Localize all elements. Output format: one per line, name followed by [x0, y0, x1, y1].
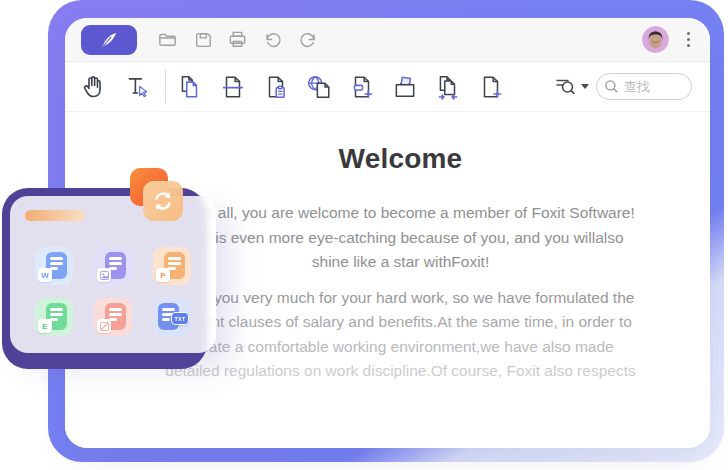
search-icon [604, 79, 619, 94]
search-group [554, 73, 710, 100]
chevron-down-icon [581, 84, 589, 89]
secondary-toolbar [65, 62, 710, 112]
copy-pages-icon[interactable] [176, 73, 204, 101]
txt-badge: TXT [171, 312, 189, 325]
text-select-tool-icon[interactable] [123, 73, 151, 101]
signature-badge-icon [97, 319, 111, 333]
kebab-menu-icon[interactable] [682, 28, 695, 51]
redo-icon[interactable] [296, 28, 319, 51]
save-icon[interactable] [191, 28, 214, 51]
page-from-web-icon[interactable] [305, 73, 333, 101]
word-badge: W [38, 268, 52, 282]
quill-pen-icon [98, 29, 120, 51]
txt-document-tile[interactable]: TXT [153, 298, 191, 336]
titlebar-icons [156, 28, 319, 51]
image-badge-icon [97, 268, 111, 282]
toolbar-divider [165, 70, 166, 104]
excel-badge: E [38, 319, 52, 333]
excel-document-tile[interactable]: E [35, 298, 73, 336]
card-title-placeholder-pill [25, 210, 85, 221]
search-filter-dropdown[interactable] [554, 76, 589, 97]
search-box [596, 73, 692, 100]
open-folder-icon[interactable] [156, 28, 179, 51]
titlebar [65, 18, 710, 62]
avatar[interactable] [642, 26, 669, 53]
split-page-icon[interactable] [219, 73, 247, 101]
converter-card: W P E [10, 196, 216, 353]
paste-page-icon[interactable] [262, 73, 290, 101]
image-document-tile[interactable] [94, 247, 132, 285]
page-title: Welcome [78, 143, 710, 175]
extract-to-folder-icon[interactable] [391, 73, 419, 101]
word-document-tile[interactable]: W [35, 247, 73, 285]
signature-document-tile[interactable] [94, 298, 132, 336]
search-in-document-icon [554, 76, 578, 97]
file-type-grid: W P E [35, 247, 193, 336]
new-page-icon[interactable] [477, 73, 505, 101]
print-icon[interactable] [226, 28, 249, 51]
titlebar-right [642, 26, 710, 53]
convert-sync-icon[interactable] [143, 181, 183, 221]
ppt-document-tile[interactable]: P [153, 247, 191, 285]
replace-page-icon[interactable] [348, 73, 376, 101]
quill-pen-tool-button[interactable] [81, 25, 137, 55]
sync-arrows-icon [150, 188, 176, 214]
hand-tool-icon[interactable] [79, 73, 107, 101]
merge-pages-icon[interactable] [434, 73, 462, 101]
page-action-icons [176, 73, 505, 101]
undo-icon[interactable] [261, 28, 284, 51]
ppt-badge: P [156, 268, 170, 282]
foxit-ui-illustration: Welcome First of all, you are welcome to… [0, 0, 728, 470]
